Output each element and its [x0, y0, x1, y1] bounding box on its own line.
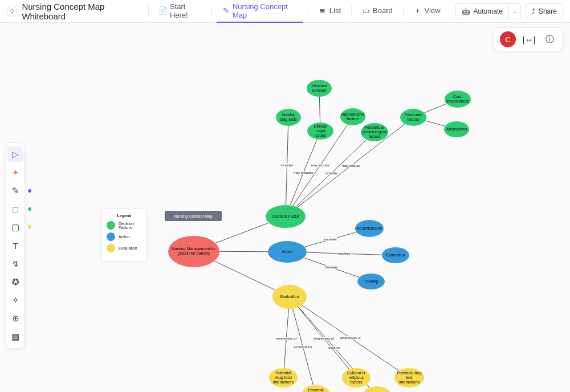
- tab-label: List: [329, 6, 341, 15]
- edge-label: involves: [324, 238, 337, 241]
- node-ef[interactable]: Economic factors: [400, 109, 426, 126]
- tab-label: Start Here!: [170, 2, 201, 19]
- tool-web[interactable]: ⊕: [7, 311, 23, 326]
- automate-dropdown[interactable]: ⌄: [509, 3, 521, 19]
- map-title-chip[interactable]: Nursing Concept Map: [165, 211, 222, 221]
- doc-icon: 📄: [159, 7, 167, 15]
- node-pt[interactable]: Pre-therapy assessment: [363, 386, 391, 392]
- edge-label: awareness of: [313, 337, 335, 340]
- legend-row: Decision Factors: [107, 221, 142, 230]
- tab-label: Nursing Concept Map: [233, 2, 298, 19]
- tool-shape[interactable]: □: [7, 201, 23, 217]
- svg-line-10: [425, 121, 445, 126]
- robot-icon: 🤖: [462, 7, 470, 15]
- avatar[interactable]: C: [500, 31, 516, 47]
- node-rf[interactable]: Reproductive factors: [340, 108, 365, 125]
- tool-image[interactable]: ▦: [7, 329, 23, 345]
- tool-pen[interactable]: ✎: [7, 183, 23, 199]
- separator: [148, 6, 149, 17]
- tool-stamp[interactable]: ✪: [7, 274, 23, 290]
- tool-note[interactable]: ▢: [7, 219, 23, 235]
- tool-text[interactable]: T: [7, 238, 23, 254]
- shape-color-dot: [28, 207, 31, 211]
- node-alt[interactable]: Alternatives: [444, 121, 469, 137]
- node-adm[interactable]: Administration: [355, 220, 384, 237]
- node-dfood[interactable]: Potential drug-food interactions: [269, 368, 298, 387]
- legend-label: Decision Factors: [119, 222, 142, 230]
- svg-line-1: [219, 251, 268, 252]
- drawing-toolbar: ▷✦✎□▢T↯✪✧⊕▦: [6, 142, 25, 349]
- separator: [351, 6, 352, 17]
- node-evb[interactable]: Evaluation: [382, 247, 409, 263]
- edge-label: accounts for: [293, 345, 313, 349]
- plus-icon: ＋: [414, 7, 422, 15]
- legend-label: Action: [119, 235, 129, 239]
- edge-label: includes: [324, 172, 338, 175]
- note-color-dot: [28, 225, 31, 228]
- legend-label: Evaluation: [119, 246, 137, 250]
- topbar: ⁘ Nursing Concept Map Whiteboard 📄 Start…: [0, 0, 570, 23]
- tab-add-view[interactable]: ＋ View: [408, 0, 446, 23]
- automate-group: 🤖 Automate ⌄: [455, 3, 521, 19]
- svg-line-8: [319, 97, 320, 122]
- tab-label: Board: [373, 6, 393, 15]
- legend-row: Evaluation: [107, 244, 142, 252]
- node-ddrug[interactable]: Potential drug-drug interactions: [302, 385, 330, 392]
- page-title[interactable]: Nursing Concept Map Whiteboard: [22, 2, 139, 21]
- share-icon: ⤴: [532, 7, 535, 15]
- legend-row: Action: [107, 232, 142, 241]
- tool-connect[interactable]: ↯: [7, 256, 23, 272]
- tab-board[interactable]: ▭ Board: [356, 0, 398, 23]
- edge-label: includes: [280, 164, 294, 167]
- whiteboard-canvas[interactable]: C |↔| ⓘ ▷✦✎□▢T↯✪✧⊕▦ Legend Decision Fact…: [0, 23, 570, 392]
- share-label: Share: [539, 7, 557, 15]
- legend-swatch: [107, 232, 115, 241]
- tab-label: View: [425, 6, 441, 15]
- edge-label: involves: [337, 252, 351, 255]
- info-icon[interactable]: ⓘ: [542, 32, 557, 47]
- tool-select[interactable]: ▷: [7, 146, 23, 162]
- legend-title: Legend: [107, 214, 142, 218]
- list-icon: ≣: [319, 7, 327, 15]
- svg-line-0: [215, 223, 269, 243]
- edge-label: awareness of: [340, 336, 361, 340]
- automate-label: Automate: [474, 7, 503, 15]
- tool-magic[interactable]: ✧: [7, 292, 23, 308]
- svg-line-2: [214, 261, 275, 290]
- fit-width-icon[interactable]: |↔|: [522, 32, 536, 47]
- legend-swatch: [107, 244, 115, 252]
- share-button[interactable]: ⤴ Share: [526, 3, 563, 19]
- separator: [403, 6, 404, 17]
- workspace-icon[interactable]: ⁘: [7, 6, 17, 17]
- pen-color-dot: [28, 189, 31, 193]
- node-pg[interactable]: Pediatric or gerontological factors: [361, 123, 388, 141]
- node-root[interactable]: Nursing Management for (action for patie…: [168, 236, 219, 267]
- tool-ai[interactable]: ✦: [7, 165, 23, 181]
- edge-label: requires: [327, 346, 341, 349]
- board-icon: ▭: [362, 7, 370, 15]
- edge-label: may includes: [293, 171, 314, 174]
- legend-box: Legend Decision FactorsActionEvaluation: [101, 209, 147, 262]
- edge-label: involves: [325, 266, 339, 269]
- separator: [308, 6, 308, 17]
- node-eval[interactable]: Evaluation: [272, 285, 307, 309]
- separator: [211, 6, 212, 17]
- svg-line-9: [424, 104, 446, 113]
- node-act[interactable]: Action: [268, 241, 307, 263]
- node-nd[interactable]: Nursing diagnosis: [276, 109, 301, 126]
- node-dtest[interactable]: Potential drug test interactions: [394, 368, 424, 387]
- edge-label: may include: [341, 164, 361, 168]
- whiteboard-icon: ✎: [222, 7, 230, 15]
- tab-concept-map[interactable]: ✎ Nursing Concept Map: [217, 0, 303, 23]
- node-df[interactable]: Decision Factor: [266, 205, 306, 228]
- automate-button[interactable]: 🤖 Automate: [455, 3, 509, 19]
- tab-start-here[interactable]: 📄 Start Here!: [153, 0, 207, 23]
- node-ic[interactable]: Informed consent: [307, 80, 332, 97]
- node-cr[interactable]: Cultural or religious factors: [342, 368, 370, 387]
- node-trn[interactable]: Training: [357, 273, 385, 289]
- node-ce[interactable]: Cost-effectiveness: [445, 91, 471, 108]
- tab-list[interactable]: ≣ List: [313, 0, 347, 23]
- chevron-down-icon: ⌄: [512, 9, 517, 14]
- node-el[interactable]: Ethical/ Legal issues: [307, 122, 333, 140]
- edge-label: awareness of: [276, 337, 298, 340]
